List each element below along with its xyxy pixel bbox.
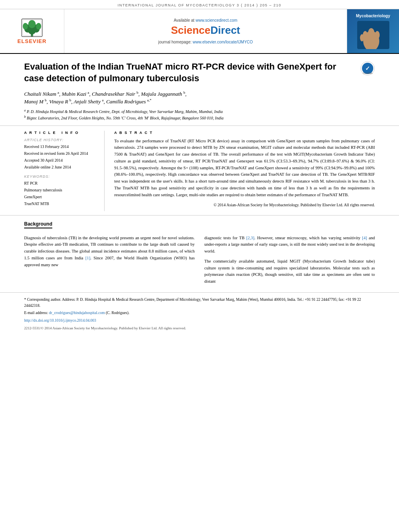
elsevier-logo: ELSEVIER: [17, 18, 46, 44]
article-title: Evaluation of the Indian TrueNAT micro R…: [24, 61, 375, 84]
accepted-date: Accepted 30 April 2014: [24, 157, 98, 164]
body-para-1: Diagnosis of tuberculosis (TB) in the de…: [24, 235, 195, 269]
corresponding-note: * Corresponding author. Address: P. D. H…: [24, 297, 375, 309]
article-info-col: A R T I C L E I N F O Article history: R…: [24, 131, 105, 211]
svg-point-11: [368, 28, 374, 38]
body-col-right: diagnostic tests for TB [2,3]. However, …: [204, 235, 375, 289]
doi-link[interactable]: http://dx.doi.org/10.1016/j.ijmyco.2014.…: [24, 318, 96, 322]
journal-cover-section: Mycobacteriology: [347, 9, 399, 53]
available-at-url[interactable]: www.sciencedirect.com: [195, 18, 237, 23]
article-title-section: ✓ CrossMark Evaluation of the Indian Tru…: [0, 54, 399, 126]
email-line: E-mail address: dr_crodrigues@hindujahos…: [24, 310, 375, 316]
sciencedirect-section: Available at www.sciencedirect.com Scien…: [64, 9, 347, 53]
keywords-label: Keywords:: [24, 175, 98, 179]
page-wrapper: International Journal of Mycobacteriolog…: [0, 0, 399, 532]
article-info-label: A R T I C L E I N F O: [24, 131, 98, 135]
article-info-section-label: A R T I C L E I N F O: [24, 131, 79, 135]
article-history-group: Article history: Received 13 February 20…: [24, 138, 98, 170]
crossmark-badge[interactable]: ✓ CrossMark: [360, 61, 375, 76]
footer-copyright: 2212-5531/© 2014 Asian-African Society f…: [24, 325, 375, 331]
abstract-col: A B S T R A C T To evaluate the performa…: [114, 131, 375, 211]
article-dates: Received 13 February 2014 Received in re…: [24, 143, 98, 170]
elsevier-tree-icon: [21, 18, 43, 37]
affiliations: a P. D. Hinduja Hospital & Medical Resea…: [24, 108, 375, 121]
body-section: Background Diagnosis of tuberculosis (TB…: [0, 216, 399, 289]
journal-cover-image: [357, 21, 389, 49]
journal-header-text: International Journal of Mycobacteriolog…: [117, 3, 281, 7]
abstract-copyright: © 2014 Asian-African Society for Mycobac…: [114, 202, 375, 208]
keyword-3: GeneXpert: [24, 193, 98, 200]
journal-header: International Journal of Mycobacteriolog…: [0, 0, 399, 9]
received-date: Received 13 February 2014: [24, 143, 98, 150]
background-heading: Background: [24, 221, 52, 228]
svg-text:✓: ✓: [365, 65, 370, 72]
keywords-group: Keywords: RT PCR Pulmonary tuberculosis …: [24, 175, 98, 207]
available-date: Available online 2 June 2014: [24, 164, 98, 170]
body-para-2: diagnostic tests for TB [2,3]. However, …: [204, 235, 375, 255]
doi-line: http://dx.doi.org/10.1016/j.ijmyco.2014.…: [24, 318, 375, 324]
article-info-abstract-section: A R T I C L E I N F O Article history: R…: [0, 126, 399, 216]
body-text-right: diagnostic tests for TB [2,3]. However, …: [204, 235, 375, 286]
corresponding-email[interactable]: dr_crodrigues@hindujahospital.com: [49, 311, 105, 315]
revised-date: Received in revised form 26 April 2014: [24, 150, 98, 157]
journal-homepage: journal homepage: www.elsevier.com/locat…: [158, 40, 253, 44]
svg-text:CrossMark: CrossMark: [363, 72, 373, 74]
svg-point-13: [375, 31, 380, 39]
svg-point-6: [28, 20, 35, 28]
abstract-section-label: A B S T R A C T: [114, 131, 375, 135]
body-two-col: Diagnosis of tuberculosis (TB) in the de…: [24, 235, 375, 289]
body-para-3: The commercially available automated, li…: [204, 258, 375, 285]
journal-cover-title: Mycobacteriology: [356, 13, 390, 18]
elsevier-logo-section: ELSEVIER: [0, 9, 64, 53]
svg-point-14: [360, 34, 364, 41]
history-label: Article history:: [24, 138, 98, 142]
svg-point-4: [23, 23, 28, 30]
keyword-1: RT PCR: [24, 180, 98, 187]
footer-section: * Corresponding author. Address: P. D. H…: [0, 292, 399, 331]
top-banner: ELSEVIER Available at www.sciencedirect.…: [0, 9, 399, 54]
abstract-text: To evaluate the performance of TrueNAT (…: [114, 138, 375, 208]
svg-point-5: [36, 23, 41, 30]
body-col-left: Diagnosis of tuberculosis (TB) in the de…: [24, 235, 195, 289]
journal-cover: Mycobacteriology: [347, 9, 399, 53]
keyword-2: Pulmonary tuberculosis: [24, 187, 98, 193]
body-text-left: Diagnosis of tuberculosis (TB) in the de…: [24, 235, 195, 269]
elsevier-name: ELSEVIER: [17, 38, 46, 44]
footer-notes: * Corresponding author. Address: P. D. H…: [24, 297, 375, 331]
sciencedirect-logo: ScienceDirect: [171, 24, 240, 37]
authors-line: Chaitali Nikam a, Mubin Kazi a, Chandras…: [24, 90, 375, 106]
keyword-4: TrueNAT MTB: [24, 200, 98, 207]
available-at-label: Available at www.sciencedirect.com: [174, 18, 237, 23]
journal-homepage-url[interactable]: www.elsevier.com/locate/IJMYCO: [193, 40, 253, 44]
